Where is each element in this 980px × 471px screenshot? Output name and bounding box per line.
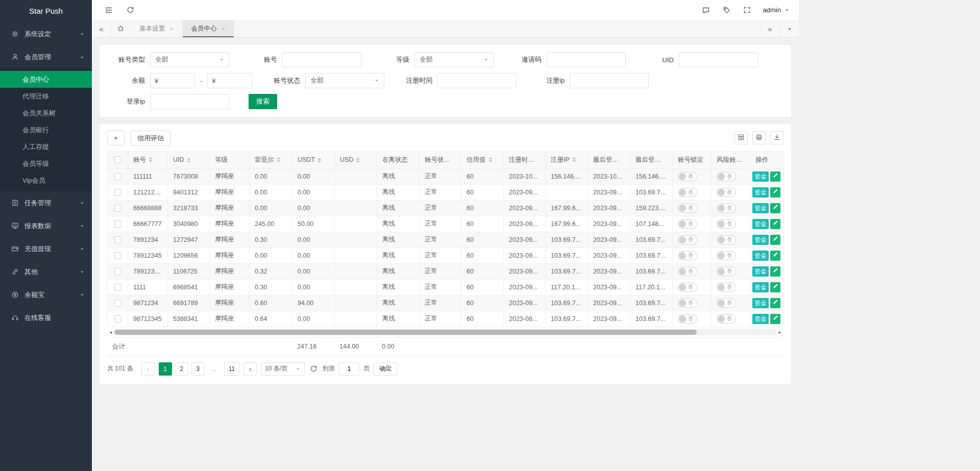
fund-button[interactable]: 资金 xyxy=(752,314,769,324)
sidebar-menu-report-data[interactable]: 报表数据 xyxy=(0,214,92,237)
row-checkbox[interactable] xyxy=(114,300,121,307)
risk-toggle[interactable]: 否 xyxy=(717,172,736,181)
page-button-11[interactable]: 11 xyxy=(224,362,239,376)
uid-input[interactable] xyxy=(679,52,758,67)
column-header-uid[interactable]: UID xyxy=(168,151,210,168)
sort-icon[interactable] xyxy=(317,158,322,163)
lock-toggle[interactable]: 否 xyxy=(678,204,697,213)
sort-icon[interactable] xyxy=(669,157,672,162)
fund-button[interactable]: 资金 xyxy=(752,298,769,308)
lock-toggle[interactable]: 否 xyxy=(678,299,697,308)
risk-toggle[interactable]: 否 xyxy=(717,219,736,229)
sidebar-item-member-relation-tree[interactable]: 会员关系树 xyxy=(0,105,92,121)
edit-button[interactable] xyxy=(770,282,780,292)
sort-icon[interactable] xyxy=(542,157,545,162)
add-button[interactable]: + xyxy=(107,130,125,145)
column-header-last_ip[interactable]: 最后登录... xyxy=(630,151,673,168)
balance-max-field[interactable]: ¥ xyxy=(207,73,252,88)
tabs-menu-button[interactable] xyxy=(779,20,799,37)
row-checkbox[interactable] xyxy=(114,236,121,243)
sort-icon[interactable] xyxy=(149,157,153,162)
edit-button[interactable] xyxy=(770,314,780,324)
credit-eval-button[interactable]: 信用评估 xyxy=(131,131,170,146)
export-button[interactable] xyxy=(770,131,783,144)
risk-toggle[interactable]: 否 xyxy=(717,267,736,276)
page-button-2[interactable]: 2 xyxy=(175,362,188,376)
account-type-select[interactable]: 全部 xyxy=(150,52,229,67)
sidebar-item-member-level[interactable]: 会员等级 xyxy=(0,155,92,172)
page-button-1[interactable]: 1 xyxy=(159,362,172,376)
select-all-checkbox[interactable] xyxy=(114,156,121,163)
risk-toggle[interactable]: 否 xyxy=(717,251,736,260)
lock-toggle[interactable]: 否 xyxy=(678,219,697,229)
sidebar-item-manual-deposit-withdraw[interactable]: 人工存提 xyxy=(0,138,92,155)
sidebar-item-member-center[interactable]: 会员中心 xyxy=(0,71,92,88)
goto-page-input[interactable] xyxy=(339,362,359,376)
columns-filter-button[interactable] xyxy=(734,131,748,144)
prev-page-button[interactable]: ‹ xyxy=(141,362,155,376)
home-tab[interactable] xyxy=(111,20,131,37)
sidebar-menu-yuebao[interactable]: 余额宝 xyxy=(0,283,92,306)
column-header-reg_time[interactable]: 注册时间... xyxy=(504,151,546,168)
lock-toggle[interactable]: 否 xyxy=(678,235,697,244)
edit-button[interactable] xyxy=(770,235,780,245)
balance-min-input[interactable] xyxy=(161,77,190,85)
fund-button[interactable]: 资金 xyxy=(752,187,769,197)
fullscreen-icon[interactable] xyxy=(743,6,751,14)
fund-button[interactable]: 资金 xyxy=(752,171,769,182)
lock-toggle[interactable]: 否 xyxy=(678,188,697,197)
sort-icon[interactable] xyxy=(187,158,191,163)
level-select[interactable]: 全部 xyxy=(414,52,494,67)
lock-toggle[interactable]: 否 xyxy=(678,314,697,324)
edit-button[interactable] xyxy=(770,298,780,308)
column-header-status[interactable]: 账号状态... xyxy=(420,151,461,168)
sort-icon[interactable] xyxy=(458,157,461,162)
edit-button[interactable] xyxy=(770,187,780,197)
next-page-button[interactable]: › xyxy=(243,362,257,376)
tab-basic-settings[interactable]: 基本设置 × xyxy=(131,20,183,37)
row-checkbox[interactable] xyxy=(114,173,121,180)
column-header-reg_ip[interactable]: 注册IP xyxy=(546,151,588,168)
row-checkbox[interactable] xyxy=(114,220,121,228)
tabs-scroll-left-button[interactable]: « xyxy=(92,20,111,37)
column-header-usdt[interactable]: USDT xyxy=(292,151,335,168)
balance-max-input[interactable] xyxy=(219,77,248,85)
reg-time-input[interactable] xyxy=(437,73,517,88)
sidebar-menu-recharge-withdraw[interactable]: 充值提现 xyxy=(0,237,92,260)
sort-icon[interactable] xyxy=(356,158,360,163)
sidebar-menu-other[interactable]: 其他 xyxy=(0,260,92,283)
risk-toggle[interactable]: 否 xyxy=(717,188,736,197)
column-header-credit[interactable]: 信用值 xyxy=(461,151,504,168)
fund-button[interactable]: 资金 xyxy=(752,203,769,213)
risk-toggle[interactable]: 否 xyxy=(717,235,736,244)
fund-button[interactable]: 资金 xyxy=(752,235,769,245)
fund-button[interactable]: 资金 xyxy=(752,282,769,292)
page-size-select[interactable]: 10 条/页 xyxy=(261,362,305,376)
sidebar-menu-system-settings[interactable]: 系统设定 xyxy=(0,22,92,45)
lock-toggle[interactable]: 否 xyxy=(678,283,697,292)
sort-icon[interactable] xyxy=(572,157,576,162)
column-header-usd[interactable]: USD xyxy=(335,151,377,168)
lock-toggle[interactable]: 否 xyxy=(678,172,697,181)
row-checkbox[interactable] xyxy=(114,315,121,323)
reg-ip-input[interactable] xyxy=(570,73,649,88)
tab-member-center[interactable]: 会员中心 × xyxy=(183,20,235,37)
login-ip-input[interactable] xyxy=(150,94,229,109)
risk-toggle[interactable]: 否 xyxy=(717,204,736,213)
sidebar-menu-member-management[interactable]: 会员管理 xyxy=(0,45,92,68)
invite-code-input[interactable] xyxy=(547,52,626,67)
balance-min-field[interactable]: ¥ xyxy=(150,73,195,88)
menu-fold-icon[interactable] xyxy=(105,6,113,14)
sort-icon[interactable] xyxy=(626,157,630,162)
scroll-left-arrow[interactable]: ◂ xyxy=(107,329,114,336)
scroll-right-arrow[interactable]: ▸ xyxy=(776,329,783,336)
scrollbar-thumb[interactable] xyxy=(114,330,697,335)
row-checkbox[interactable] xyxy=(114,268,121,275)
row-checkbox[interactable] xyxy=(114,205,121,212)
tag-icon[interactable] xyxy=(723,6,730,14)
sidebar-item-vip-member[interactable]: Vip会员 xyxy=(0,172,92,189)
row-checkbox[interactable] xyxy=(114,189,121,196)
fund-button[interactable]: 资金 xyxy=(752,219,769,229)
page-button-3[interactable]: 3 xyxy=(191,362,205,376)
sidebar-item-agent-migration[interactable]: 代理迁移 xyxy=(0,88,92,105)
